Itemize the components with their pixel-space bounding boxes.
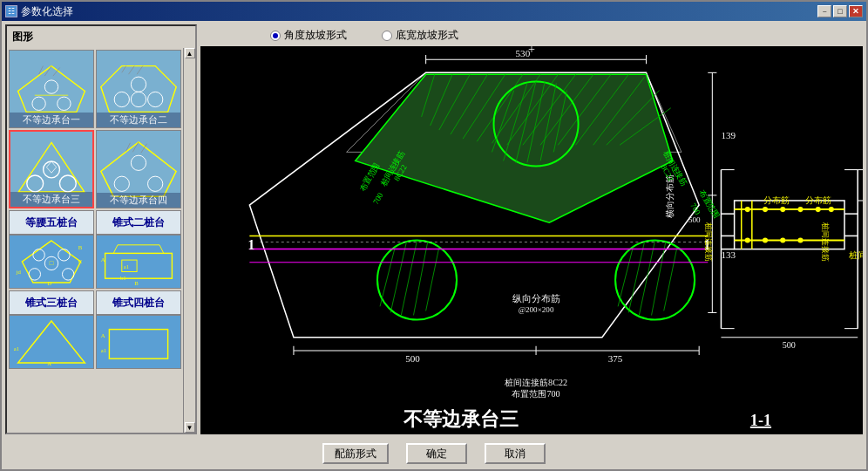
shape-grid: 不等边承台一: [7, 48, 183, 433]
svg-point-33: [33, 249, 44, 261]
config-button[interactable]: 配筋形式: [322, 443, 389, 464]
svg-point-153: [780, 237, 785, 242]
svg-text:桩间连接筋: 桩间连接筋: [704, 222, 713, 262]
restore-button[interactable]: □: [833, 5, 847, 17]
svg-point-17: [27, 175, 44, 192]
drawing-area: 530 + 139 133 500: [200, 46, 863, 434]
svg-point-148: [797, 207, 803, 212]
svg-text:a1: a1: [14, 345, 19, 352]
svg-text:B: B: [134, 280, 139, 286]
svg-text:700: 700: [688, 201, 702, 216]
svg-text:500: 500: [783, 340, 796, 350]
scrollbar[interactable]: ▲ ▼: [183, 48, 195, 433]
svg-text:700: 700: [371, 191, 385, 206]
close-button[interactable]: ✕: [849, 5, 863, 17]
svg-line-84: [426, 248, 439, 311]
svg-point-22: [114, 176, 129, 191]
app-icon: ☷: [5, 5, 17, 17]
svg-text:A: A: [101, 332, 105, 338]
svg-text:布置范围: 布置范围: [697, 188, 721, 220]
svg-line-46: [159, 245, 164, 254]
cell-4-label: 不等边承台四: [97, 193, 180, 208]
thumb-锥式二桩台[interactable]: a1 b1 B A: [96, 235, 181, 289]
thumb-锥式四桩台[interactable]: A a1: [96, 315, 181, 369]
svg-text:375: 375: [608, 353, 623, 364]
svg-text:jd: jd: [16, 269, 22, 275]
svg-line-82: [401, 241, 417, 316]
radio-option-2[interactable]: 底宽放坡形式: [382, 28, 458, 43]
label-等腰五桩台[interactable]: 等腰五桩台: [9, 210, 94, 235]
label-锥式二桩台[interactable]: 锥式二桩台: [96, 210, 181, 235]
svg-line-45: [113, 245, 118, 254]
thumb-锥式三桩台[interactable]: A a1: [9, 315, 94, 369]
svg-text:□: □: [50, 259, 54, 267]
section-锥式三桩台[interactable]: 锥式三桩台 A a1: [9, 290, 94, 369]
svg-text:a1: a1: [101, 347, 106, 353]
svg-text:500: 500: [688, 215, 701, 224]
shape-cell-2[interactable]: 不等边承台二: [96, 50, 181, 128]
minimize-button[interactable]: −: [817, 5, 831, 17]
svg-point-146: [763, 207, 768, 212]
svg-point-145: [745, 207, 750, 212]
svg-line-80: [380, 248, 395, 307]
cell-3-label: 不等边承台三: [10, 192, 92, 207]
section-锥式二桩台[interactable]: 锥式二桩台 a1 b1 B A: [96, 210, 181, 289]
svg-marker-48: [18, 321, 85, 363]
radio-dot-2: [382, 31, 392, 41]
title-bar-content: ☷ 参数化选择: [5, 4, 73, 19]
svg-marker-56: [356, 74, 673, 222]
cancel-button[interactable]: 取消: [485, 443, 546, 464]
left-panel-header: 图形: [7, 26, 195, 48]
svg-point-12: [131, 92, 146, 106]
svg-line-89: [652, 242, 666, 316]
svg-text:桩间连接筋: 桩间连接筋: [821, 222, 830, 262]
svg-text:纵向分布筋: 纵向分布筋: [512, 293, 560, 304]
window-title: 参数化选择: [21, 4, 73, 19]
confirm-button[interactable]: 确定: [406, 443, 467, 464]
svg-text:+: +: [528, 46, 535, 56]
svg-rect-51: [109, 330, 167, 359]
section-锥式四桩台[interactable]: 锥式四桩台 A a1: [96, 290, 181, 369]
svg-point-4: [44, 80, 58, 93]
svg-text:500: 500: [405, 353, 420, 364]
section-等腰五桩台[interactable]: 等腰五桩台 □: [9, 210, 94, 289]
svg-point-32: [58, 249, 70, 261]
svg-rect-39: [105, 253, 173, 278]
svg-line-15: [137, 66, 143, 75]
label-锥式三桩台[interactable]: 锥式三桩台: [9, 290, 94, 315]
svg-text:D: D: [47, 280, 51, 286]
svg-text:分布筋: 分布筋: [763, 195, 790, 205]
svg-text:桩间连接筋8C22: 桩间连接筋8C22: [504, 378, 567, 387]
svg-point-85: [615, 241, 695, 320]
radio-bar: 角度放坡形式 底宽放坡形式: [200, 24, 863, 46]
scroll-down[interactable]: ▼: [185, 422, 195, 433]
svg-point-24: [131, 155, 146, 170]
shape-cell-4[interactable]: 不等边承台四: [96, 130, 181, 208]
label-锥式四桩台[interactable]: 锥式四桩台: [96, 290, 181, 315]
svg-point-147: [780, 207, 785, 212]
svg-marker-16: [18, 142, 84, 191]
svg-point-23: [148, 176, 163, 191]
svg-point-19: [44, 161, 60, 178]
svg-text:1: 1: [248, 237, 254, 252]
cad-drawing: 530 + 139 133 500: [200, 46, 863, 434]
radio-option-1[interactable]: 角度放坡形式: [270, 28, 347, 43]
svg-text:A: A: [101, 256, 105, 263]
scroll-up[interactable]: ▲: [185, 48, 195, 58]
svg-point-150: [829, 207, 834, 212]
svg-point-9: [114, 92, 129, 106]
right-panel: 角度放坡形式 底宽放坡形式: [200, 24, 863, 434]
shape-cell-1[interactable]: 不等边承台一: [9, 50, 94, 128]
content-area: 图形: [2, 21, 866, 438]
svg-point-30: [29, 269, 40, 280]
svg-marker-20: [46, 161, 56, 173]
grid-row-1: 不等边承台一: [9, 50, 181, 128]
svg-text:C: C: [78, 258, 83, 264]
shape-cell-3[interactable]: 不等边承台三: [9, 130, 94, 208]
svg-point-2: [32, 97, 45, 110]
svg-text:分布筋: 分布筋: [805, 195, 831, 205]
svg-line-14: [128, 66, 134, 75]
thumb-等腰五桩台[interactable]: □ jd D C B: [9, 235, 94, 289]
svg-point-31: [62, 269, 73, 280]
svg-line-88: [639, 241, 654, 316]
